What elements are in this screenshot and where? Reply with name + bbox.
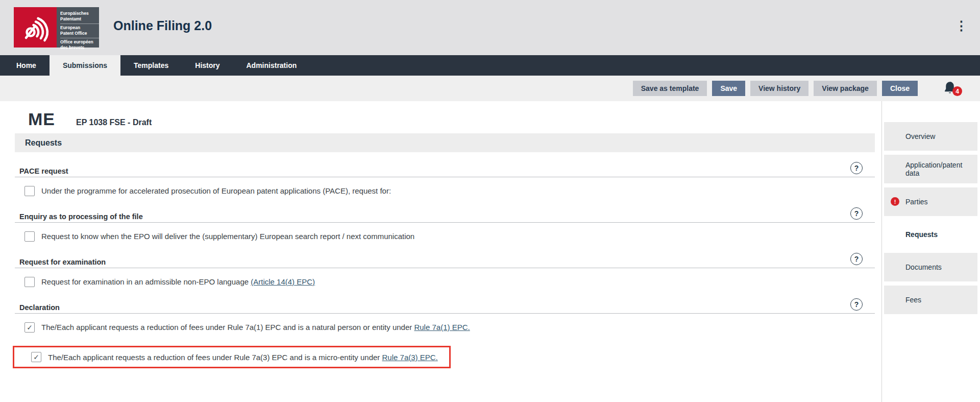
epo-logo-mark bbox=[14, 7, 57, 48]
logo-line: des brevets bbox=[60, 45, 99, 51]
save-as-template-button[interactable]: Save as template bbox=[633, 81, 707, 96]
rule7a1-checkbox[interactable]: ✓ bbox=[24, 322, 35, 333]
main-content: ME EP 1038 FSE - Draft Requests PACE req… bbox=[0, 101, 875, 368]
help-icon[interactable]: ? bbox=[850, 162, 863, 174]
sidebar-item-parties[interactable]: ! Parties bbox=[884, 187, 977, 216]
tab-submissions[interactable]: Submissions bbox=[50, 55, 120, 76]
sidebar-item-label: Overview bbox=[905, 132, 935, 140]
enquiry-checkbox[interactable] bbox=[24, 231, 35, 242]
icon-slot: ! bbox=[891, 230, 900, 239]
checkmark: ✓ bbox=[33, 353, 39, 361]
highlighted-declaration-box: ✓ The/Each applicant requests a reductio… bbox=[13, 346, 451, 368]
sidebar-item-label: Requests bbox=[905, 230, 938, 239]
epo-spiral-icon bbox=[20, 12, 51, 43]
sidebar-item-label: Documents bbox=[905, 263, 942, 271]
checkbox-label: Under the programme for accelerated pros… bbox=[41, 186, 391, 195]
notifications-bell-icon[interactable]: 4 bbox=[942, 80, 959, 97]
help-icon[interactable]: ? bbox=[850, 207, 863, 220]
epo-logo: Europäisches Patentamt European Patent O… bbox=[14, 7, 99, 48]
page-title: ME bbox=[28, 109, 55, 129]
section-title: Declaration bbox=[19, 304, 60, 312]
icon-slot: ! bbox=[891, 197, 900, 206]
checkbox-label: Request to know when the EPO will delive… bbox=[41, 232, 414, 241]
logo-line: Patentamt bbox=[60, 16, 99, 22]
rule-7a3-epc-link[interactable]: Rule 7a(3) EPC. bbox=[382, 353, 438, 362]
validation-sidebar: Overview Application/patent data ! Parti… bbox=[881, 101, 980, 402]
main-nav: Home Submissions Templates History Admin… bbox=[0, 55, 980, 76]
request-sections: PACE request ? Under the programme for a… bbox=[15, 152, 875, 368]
help-icon[interactable]: ? bbox=[850, 253, 863, 265]
rule7a3-checkbox[interactable]: ✓ bbox=[31, 352, 41, 362]
tab-administration[interactable]: Administration bbox=[233, 55, 310, 76]
checkbox-row-rule7a3: ✓ The/Each applicant requests a reductio… bbox=[31, 352, 438, 362]
icon-slot: ! bbox=[891, 295, 900, 304]
sidebar-item-label: Parties bbox=[905, 198, 928, 206]
sidebar-item-overview[interactable]: Overview bbox=[884, 122, 977, 151]
section-header-pace: PACE request ? bbox=[15, 152, 875, 177]
sidebar-item-fees[interactable]: ! Fees bbox=[884, 286, 977, 314]
tab-history[interactable]: History bbox=[182, 55, 233, 76]
requests-section-bar: Requests bbox=[15, 133, 875, 152]
view-history-button[interactable]: View history bbox=[750, 81, 808, 96]
view-package-button[interactable]: View package bbox=[814, 81, 877, 96]
kebab-menu-icon[interactable]: ⋮ bbox=[955, 19, 968, 32]
application-status-label: EP 1038 FSE - Draft bbox=[76, 118, 152, 127]
article-14-4-epc-link[interactable]: (Article 14(4) EPC) bbox=[251, 277, 315, 286]
tab-home[interactable]: Home bbox=[3, 55, 50, 76]
section-header-examination: Request for examination ? bbox=[15, 253, 875, 268]
section-title: Request for examination bbox=[19, 258, 106, 266]
logo-line: European bbox=[60, 25, 99, 31]
examination-checkbox[interactable] bbox=[24, 277, 35, 287]
app-title: Online Filing 2.0 bbox=[113, 18, 212, 33]
logo-line: Europäisches bbox=[60, 11, 99, 16]
checkbox-row-rule7a1: ✓ The/Each applicant requests a reductio… bbox=[24, 321, 875, 334]
help-icon[interactable]: ? bbox=[850, 298, 863, 311]
checkbox-label: The/Each applicant requests a reduction … bbox=[41, 323, 470, 332]
section-header-enquiry: Enquiry as to processing of the file ? bbox=[15, 207, 875, 223]
app-header: Europäisches Patentamt European Patent O… bbox=[0, 0, 980, 55]
section-header-declaration: Declaration ? bbox=[15, 298, 875, 314]
pace-checkbox[interactable] bbox=[24, 186, 35, 196]
section-title: Enquiry as to processing of the file bbox=[19, 213, 143, 221]
logo-line: Patent Office bbox=[60, 31, 99, 36]
icon-slot: ! bbox=[891, 263, 900, 272]
tab-templates[interactable]: Templates bbox=[120, 55, 182, 76]
checkmark: ✓ bbox=[27, 323, 33, 332]
checkbox-row-pace: Under the programme for accelerated pros… bbox=[24, 184, 875, 197]
section-title: PACE request bbox=[19, 168, 68, 175]
sidebar-item-requests[interactable]: ! Requests bbox=[884, 220, 977, 249]
checkbox-row-enquiry: Request to know when the EPO will delive… bbox=[24, 230, 875, 243]
icon-slot bbox=[891, 164, 900, 174]
logo-line: Office européen bbox=[60, 39, 99, 45]
sidebar-item-label: Application/patent data bbox=[905, 161, 977, 177]
checkbox-label: Request for examination in an admissible… bbox=[41, 277, 315, 286]
rule-7a1-epc-link[interactable]: Rule 7a(1) EPC. bbox=[414, 323, 470, 332]
sidebar-item-documents[interactable]: ! Documents bbox=[884, 253, 977, 281]
sidebar-item-application-patent-data[interactable]: Application/patent data bbox=[884, 155, 977, 183]
close-button[interactable]: Close bbox=[882, 81, 918, 96]
sidebar-item-label: Fees bbox=[905, 296, 921, 304]
checkbox-row-examination: Request for examination in an admissible… bbox=[24, 275, 875, 288]
icon-slot bbox=[891, 132, 900, 141]
save-button[interactable]: Save bbox=[712, 81, 745, 96]
checkbox-label: The/Each applicant requests a reduction … bbox=[48, 353, 438, 362]
epo-logo-text: Europäisches Patentamt European Patent O… bbox=[57, 7, 99, 48]
page-head: ME EP 1038 FSE - Draft bbox=[28, 109, 875, 129]
action-toolbar: Save as template Save View history View … bbox=[0, 76, 980, 101]
error-icon: ! bbox=[891, 197, 899, 206]
notification-badge: 4 bbox=[952, 86, 962, 96]
